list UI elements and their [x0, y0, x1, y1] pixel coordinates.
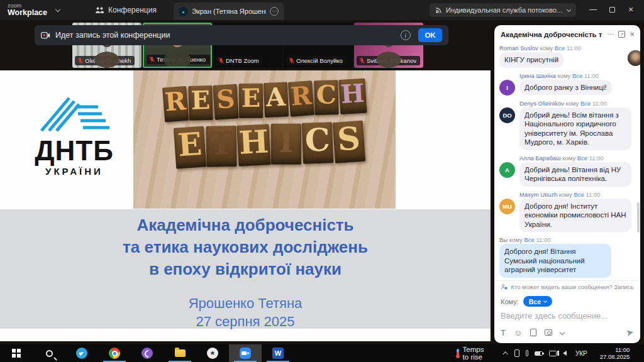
audience-all-link[interactable]: Все [577, 155, 587, 162]
phone-tray-icon[interactable] [514, 349, 519, 357]
message-bubble[interactable]: Доброго дня! Вітання Сумський національн… [499, 244, 611, 278]
message-bubble[interactable]: КІНГУ присутній [499, 52, 564, 68]
info-icon[interactable]: i [401, 30, 411, 40]
maximize-button[interactable] [602, 0, 621, 19]
message-bubble[interactable]: Доброго ранку з Вінниці! [519, 80, 612, 96]
attach-file-icon[interactable] [530, 329, 536, 336]
taskbar-app-chatgpt[interactable]: * [196, 344, 229, 362]
author-name: Ярошенко Тетяна [0, 294, 491, 312]
participant-name-pill: Oleksandr Chekh [75, 56, 135, 65]
taskbar-app-explorer[interactable] [164, 344, 196, 362]
audience-all-link[interactable]: Все [572, 72, 582, 79]
battery-icon[interactable] [535, 351, 543, 356]
to-word: кому [508, 236, 524, 243]
display-icon[interactable] [549, 351, 557, 356]
screen-capture-icon[interactable] [545, 329, 552, 336]
audience-value: Все [529, 298, 541, 305]
language-indicator[interactable]: УКР [575, 350, 587, 357]
audience-all-link[interactable]: Все [580, 100, 591, 107]
message-body: Ірина Шахіна кому Все 11:00Доброго ранку… [519, 72, 612, 96]
audience-all-link[interactable]: Все [524, 236, 534, 243]
sender-name: Алла Барабаш [519, 155, 561, 162]
add-reaction-icon[interactable]: ☺ [514, 280, 520, 281]
chevron-down-icon[interactable] [560, 330, 565, 335]
to-word: кому [556, 72, 572, 79]
slide-title-block: Академічна доброчесність та етика науков… [0, 209, 491, 329]
chat-close-icon[interactable]: × [630, 30, 635, 39]
streaming-service-dropdown[interactable]: Индивидуальная служба потоково... [430, 3, 576, 17]
zoom-workplace-window: zoom Workplace Конференция ▲ Экран (Тетя… [0, 0, 644, 362]
avatar: DO [499, 107, 515, 123]
taskbar-app-zoom[interactable] [229, 344, 262, 362]
chat-panel: Академічна доброчесність та етика на... … [494, 25, 640, 343]
letterpress-block: E [238, 84, 262, 118]
participant-name: Svitlana Chukanova [367, 57, 416, 64]
zoom-workplace-logo[interactable]: zoom Workplace [8, 3, 47, 17]
chevron-down-icon[interactable] [55, 7, 60, 12]
viber-icon [142, 348, 153, 359]
hidden-icons-chevron[interactable] [502, 351, 508, 356]
muted-mic-icon [218, 57, 224, 64]
more-actions-icon[interactable]: ⋯ [526, 280, 532, 281]
participant-name-pill: Тетяна Ярошенко (ДНТБ) [147, 55, 210, 64]
message-bubble[interactable]: Доброго дня! Інститут економіки промисло… [519, 199, 631, 233]
chevron-down-icon [567, 7, 571, 11]
letterpress-block: A [263, 82, 288, 118]
speaker-icon[interactable] [563, 351, 567, 356]
slide-author: Ярошенко Тетяна 27 серпня 2025 [0, 294, 491, 331]
audience-select[interactable]: Все [523, 296, 552, 307]
taskbar-app-chrome[interactable] [98, 344, 131, 362]
participant-name-pill: Svitlana Chukanova [357, 56, 420, 65]
avatar: І [499, 80, 515, 96]
taskbar-app-start[interactable] [0, 344, 33, 362]
taskbar-app-search[interactable] [33, 344, 65, 362]
clock-date: 27.08.2025 [600, 353, 630, 360]
dntb-logo-subtitle: УКРАЇНИ [18, 166, 131, 177]
message-time: 11:00 [535, 236, 551, 243]
audience-all-link[interactable]: Все [555, 45, 565, 52]
message-time: 11:00 [591, 100, 607, 107]
chat-scrollbar[interactable] [637, 202, 640, 233]
thermometer-icon [455, 349, 458, 358]
emoji-icon[interactable]: ☺ [514, 329, 522, 337]
chat-more-icon[interactable]: ⋯ [607, 30, 614, 38]
chat-compose-area: Кому: Все T ☺ ➤ [494, 293, 640, 343]
visibility-note: Кто может видеть ваши сообщения? Запись … [511, 283, 634, 290]
minimize-button[interactable]: — [584, 0, 602, 19]
audience-all-link[interactable]: Все [574, 191, 584, 198]
message-header: Ірина Шахіна кому Все 11:00 [519, 72, 612, 80]
tab-more-icon[interactable]: ⋯ [270, 7, 279, 16]
mic-tray-icon[interactable] [526, 350, 528, 356]
ok-button[interactable]: OK [418, 28, 442, 42]
message-header: Алла Барабаш кому Все 11:00 [519, 154, 631, 162]
chat-message: Вы кому Все 11:00Доброго дня! Вітання Су… [499, 236, 635, 280]
send-button[interactable]: ➤ [625, 326, 635, 339]
sender-name: Denys Olieinikov [519, 100, 564, 107]
message-bubble[interactable]: Добрий день! Всім вітання з Національног… [519, 107, 631, 150]
letterpress-block: T [206, 126, 236, 167]
letterpress-block: H [338, 79, 367, 114]
taskbar-clock[interactable]: 11:00 27.08.2025 [600, 346, 630, 360]
maximize-icon [609, 7, 615, 13]
message-bubble[interactable]: Добрий день! Вітання від НУ Чернігівська… [519, 162, 631, 187]
chat-message: DODenys Olieinikov кому Все 11:00Добрий … [499, 99, 635, 150]
letterpress-block: R [162, 86, 189, 123]
close-button[interactable]: × [621, 0, 640, 19]
recording-camera-icon [41, 32, 50, 39]
message-input[interactable] [501, 311, 634, 321]
format-text-icon[interactable]: T [501, 329, 506, 337]
clock-time: 11:00 [600, 346, 630, 353]
tab-screen-share[interactable]: ▲ Экран (Тетяна Ярошенко (ДНТБ ⋯ [174, 3, 284, 20]
taskbar-app-telegram[interactable] [65, 344, 98, 362]
to-label: Кому: [501, 298, 519, 305]
chat-message-list[interactable]: Roman Suslov кому Все 11:00КІНГУ присутн… [494, 42, 640, 280]
popout-icon[interactable]: ↗ [618, 31, 625, 38]
dntb-logo-title: ДНТБ [18, 137, 131, 165]
to-word: кому [557, 191, 574, 198]
taskbar-app-viber[interactable] [131, 344, 164, 362]
taskbar-app-word[interactable]: W [262, 344, 294, 362]
dntb-logo: ДНТБ УКРАЇНИ [18, 88, 131, 177]
message-header: Roman Suslov кому Все 11:00 [499, 44, 581, 52]
taskbar-weather[interactable]: Temps to rise [455, 346, 487, 361]
tab-meeting[interactable]: Конференция [89, 0, 163, 20]
